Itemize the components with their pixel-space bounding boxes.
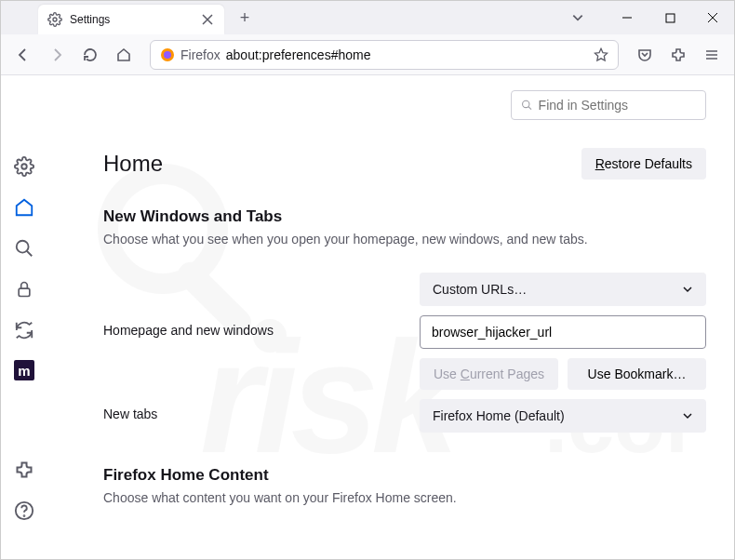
extensions-button[interactable]	[663, 40, 693, 70]
app-menu-button[interactable]	[697, 40, 727, 70]
chevron-down-icon	[682, 284, 693, 295]
main-panel: Home Restore Defaults New Windows and Ta…	[47, 75, 734, 559]
tabs-dropdown-button[interactable]	[561, 1, 595, 34]
sidebar-item-search[interactable]	[13, 237, 35, 260]
svg-marker-4	[595, 48, 607, 60]
section-title-fhc: Firefox Home Content	[103, 466, 706, 485]
gear-icon	[47, 12, 62, 27]
urlbar-text: about:preferences#home	[226, 47, 594, 62]
section-sub-fhc: Choose what content you want on your Fir…	[103, 490, 706, 505]
homepage-mode-select[interactable]: Custom URLs…	[420, 273, 706, 306]
chevron-down-icon	[682, 410, 693, 421]
tab-settings[interactable]: Settings	[38, 5, 224, 34]
settings-search[interactable]	[511, 90, 706, 120]
home-button[interactable]	[109, 40, 139, 70]
svg-rect-1	[666, 14, 675, 22]
content: risk .com m	[1, 75, 734, 559]
tab-title: Settings	[70, 13, 200, 26]
homepage-mode-value: Custom URLs…	[433, 282, 527, 297]
homepage-url-input[interactable]	[420, 315, 706, 349]
svg-point-15	[24, 515, 25, 516]
back-button[interactable]	[8, 40, 38, 70]
section-sub-nwt: Choose what you see when you open your h…	[103, 232, 706, 247]
nav-toolbar: Firefox about:preferences#home	[1, 34, 734, 75]
new-tab-button[interactable]: +	[232, 5, 258, 31]
use-bookmark-button[interactable]: Use Bookmark…	[568, 358, 706, 390]
maximize-button[interactable]	[648, 1, 691, 34]
newtabs-select[interactable]: Firefox Home (Default)	[420, 399, 706, 433]
svg-point-16	[523, 100, 529, 107]
svg-point-3	[164, 51, 171, 59]
close-icon[interactable]	[200, 12, 215, 27]
page-title: Home	[103, 151, 163, 177]
newtabs-label: New tabs	[103, 399, 410, 421]
firefox-logo-icon	[160, 47, 175, 62]
search-input[interactable]	[539, 98, 696, 113]
sidebar-item-more-from-mozilla[interactable]: m	[14, 360, 34, 380]
reload-button[interactable]	[75, 40, 105, 70]
urlbar-prefix: Firefox	[180, 47, 220, 62]
sidebar-item-home[interactable]	[13, 196, 35, 219]
homepage-label: Homepage and new windows	[103, 315, 410, 338]
svg-point-0	[53, 18, 57, 21]
use-current-pages-button[interactable]: Use Current Pages	[420, 358, 558, 390]
section-title-nwt: New Windows and Tabs	[103, 207, 706, 226]
bookmark-star-icon[interactable]	[594, 47, 608, 62]
restore-defaults-button[interactable]: Restore Defaults	[581, 148, 706, 180]
newtabs-value: Firefox Home (Default)	[433, 408, 565, 423]
svg-rect-13	[19, 288, 30, 296]
sidebar-item-help[interactable]	[13, 500, 35, 522]
svg-point-11	[21, 164, 27, 169]
sidebar-item-sync[interactable]	[13, 319, 35, 341]
sidebar-item-general[interactable]	[13, 155, 35, 178]
url-bar[interactable]: Firefox about:preferences#home	[150, 40, 619, 70]
close-window-button[interactable]	[691, 1, 734, 34]
sidebar-item-privacy[interactable]	[13, 278, 35, 300]
forward-button[interactable]	[42, 40, 72, 70]
svg-point-12	[17, 241, 29, 253]
titlebar: Settings +	[1, 1, 734, 34]
pocket-button[interactable]	[630, 40, 660, 70]
settings-sidebar: m	[1, 75, 47, 559]
sidebar-item-extensions[interactable]	[13, 459, 35, 481]
minimize-button[interactable]	[606, 1, 648, 34]
window-controls	[606, 1, 734, 34]
